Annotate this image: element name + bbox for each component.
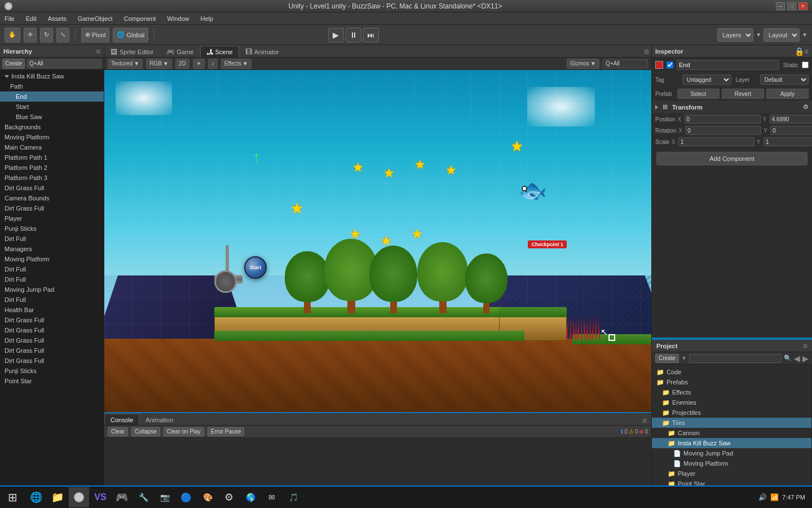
project-item[interactable]: 📁Projectiles bbox=[652, 408, 811, 418]
project-nav-icon-2[interactable]: ▶ bbox=[802, 354, 809, 363]
hierarchy-item[interactable]: Dirt Full bbox=[0, 234, 104, 244]
project-search[interactable] bbox=[689, 354, 782, 363]
hierarchy-item[interactable]: Insta Kill Buzz Saw bbox=[0, 71, 104, 81]
project-item[interactable]: 📁Insta Kill Buzz Saw bbox=[652, 438, 811, 448]
close-button[interactable]: ✕ bbox=[798, 2, 807, 10]
menu-component[interactable]: Component bbox=[121, 14, 158, 23]
transform-settings-icon[interactable]: ⚙ bbox=[803, 103, 809, 111]
rotate-tool[interactable]: ↻ bbox=[40, 28, 53, 42]
hierarchy-item[interactable]: Platform Path 1 bbox=[0, 152, 104, 163]
hierarchy-item[interactable]: Dirt Grass Full bbox=[0, 183, 104, 193]
scale-x-input[interactable]: 1 bbox=[678, 137, 754, 146]
taskbar-internet[interactable]: 🌎 bbox=[240, 487, 261, 507]
tab-game[interactable]: 🎮 Game bbox=[160, 46, 200, 57]
layout-select[interactable]: Layout bbox=[764, 28, 800, 42]
inspector-lock-icon[interactable]: 🔒 bbox=[795, 47, 804, 56]
hierarchy-item[interactable]: Platform Path 3 bbox=[0, 173, 104, 183]
console-clear-btn[interactable]: Clear bbox=[108, 427, 128, 436]
project-create-btn[interactable]: Create bbox=[655, 354, 679, 363]
hierarchy-item[interactable]: Dirt Grass Full bbox=[0, 335, 104, 345]
project-item[interactable]: 📁Cannon bbox=[652, 428, 811, 438]
hierarchy-item[interactable]: Blue Saw bbox=[0, 112, 104, 122]
hierarchy-item[interactable]: Managers bbox=[0, 244, 104, 254]
inspector-menu-icon[interactable]: ≡ bbox=[804, 47, 809, 56]
hierarchy-item[interactable]: End bbox=[0, 91, 104, 102]
menu-help[interactable]: Help bbox=[198, 14, 215, 23]
hierarchy-item[interactable]: Dirt Grass Full bbox=[0, 356, 104, 366]
project-item[interactable]: 📁Enemies bbox=[652, 397, 811, 408]
rot-y-input[interactable]: 0 bbox=[770, 126, 812, 135]
hierarchy-item[interactable]: Punji Sticks bbox=[0, 366, 104, 376]
project-item[interactable]: 📁Player bbox=[652, 468, 811, 479]
taskbar-steam[interactable]: 🎮 bbox=[112, 487, 132, 507]
hierarchy-item[interactable]: Dirt Full bbox=[0, 295, 104, 305]
hierarchy-item[interactable]: Dirt Full bbox=[0, 274, 104, 284]
hierarchy-item[interactable]: Player bbox=[0, 213, 104, 224]
project-item[interactable]: 📄Moving Jump Pad bbox=[652, 448, 811, 458]
tab-console[interactable]: Console bbox=[104, 414, 139, 425]
hierarchy-item[interactable]: Platform Path 2 bbox=[0, 163, 104, 173]
hierarchy-item[interactable]: Moving Platform bbox=[0, 132, 104, 142]
move-tool[interactable]: ✛ bbox=[24, 28, 37, 42]
console-panel-icon[interactable]: ≡ bbox=[638, 416, 651, 425]
play-button[interactable]: ▶ bbox=[328, 28, 344, 42]
hierarchy-item[interactable]: Backgrounds bbox=[0, 122, 104, 132]
tab-scene[interactable]: 🏞 Scene bbox=[200, 46, 239, 57]
hierarchy-create-btn[interactable]: Create bbox=[2, 59, 25, 69]
taskbar-tool2[interactable]: 📷 bbox=[155, 487, 175, 507]
taskbar-media[interactable]: 🎵 bbox=[283, 487, 303, 507]
pos-x-input[interactable]: 0 bbox=[685, 115, 761, 124]
hierarchy-search[interactable] bbox=[27, 59, 102, 68]
hierarchy-item[interactable]: Path bbox=[0, 81, 104, 91]
minimize-button[interactable]: ─ bbox=[776, 2, 785, 10]
menu-edit[interactable]: Edit bbox=[24, 14, 39, 23]
add-component-btn[interactable]: Add Component bbox=[656, 152, 807, 165]
global-button[interactable]: 🌐 Global bbox=[113, 28, 148, 42]
transform-component-header[interactable]: ⊞ Transform ⚙ bbox=[652, 101, 812, 113]
pause-button[interactable]: ⏸ bbox=[346, 28, 361, 42]
pivot-button[interactable]: ⊕ Pivot bbox=[81, 28, 109, 42]
lighting-toggle[interactable]: ☀ bbox=[193, 59, 205, 69]
project-item[interactable]: 📁Prefabs bbox=[652, 377, 811, 387]
menu-file[interactable]: File bbox=[2, 14, 17, 23]
scale-y-input[interactable]: 1 bbox=[764, 137, 812, 146]
layers-select[interactable]: Layers bbox=[717, 28, 753, 42]
project-menu-icon[interactable]: ≡ bbox=[803, 341, 807, 351]
hierarchy-item[interactable]: Point Star bbox=[0, 376, 104, 386]
hierarchy-item[interactable]: Punji Sticks bbox=[0, 224, 104, 234]
taskbar-tool1[interactable]: 🔧 bbox=[133, 487, 153, 507]
project-item[interactable]: 📁Effects bbox=[652, 387, 811, 397]
hierarchy-item[interactable]: Start bbox=[0, 102, 104, 112]
gizmos-dropdown[interactable]: Gizmos ▼ bbox=[567, 59, 599, 69]
taskbar-settings[interactable]: ⚙ bbox=[219, 487, 239, 507]
effects-dropdown[interactable]: Effects ▼ bbox=[221, 59, 251, 69]
layer-select[interactable]: Default bbox=[760, 75, 809, 85]
hierarchy-item[interactable]: Dirt Grass Full bbox=[0, 315, 104, 325]
hierarchy-item[interactable]: Dirt Grass Full bbox=[0, 325, 104, 335]
rgb-dropdown[interactable]: RGB ▼ bbox=[146, 59, 172, 69]
menu-assets[interactable]: Assets bbox=[46, 14, 69, 23]
console-error-pause-btn[interactable]: Error Pause bbox=[208, 427, 244, 436]
hierarchy-item[interactable]: Moving Jump Pad bbox=[0, 284, 104, 295]
console-collapse-btn[interactable]: Collapse bbox=[131, 427, 160, 436]
hierarchy-item[interactable]: Dirt Full bbox=[0, 264, 104, 274]
maximize-button[interactable]: □ bbox=[787, 2, 796, 10]
taskbar-paint[interactable]: 🎨 bbox=[197, 487, 218, 507]
hierarchy-item[interactable]: Camera Bounds bbox=[0, 193, 104, 203]
tab-sprite-editor[interactable]: 🖼 Sprite Editor bbox=[104, 46, 160, 57]
static-checkbox[interactable] bbox=[802, 62, 809, 68]
hierarchy-lock-icon[interactable]: ≡ bbox=[96, 47, 100, 56]
hierarchy-item[interactable]: Dirt Grass Full bbox=[0, 345, 104, 356]
scene-view[interactable]: ★ ★ ★ ★ ★ ★ ★ ★ ★ 🐟 Checkpoint 1 bbox=[104, 70, 651, 412]
object-name-input[interactable]: End bbox=[677, 60, 779, 70]
taskbar-mail[interactable]: ✉ bbox=[262, 487, 282, 507]
start-button[interactable]: ⊞ bbox=[2, 487, 23, 507]
pos-y-input[interactable]: 4.6990 bbox=[770, 115, 812, 124]
console-clear-on-play-btn[interactable]: Clear on Play bbox=[164, 427, 204, 436]
taskbar-ie[interactable]: 🌐 bbox=[26, 487, 46, 507]
project-nav-icon[interactable]: ◀ bbox=[794, 354, 800, 363]
menu-gameobject[interactable]: GameObject bbox=[76, 14, 115, 23]
object-enabled-checkbox[interactable] bbox=[667, 62, 673, 68]
tab-animation[interactable]: Animation bbox=[139, 414, 179, 425]
2d-button[interactable]: 2D bbox=[175, 59, 189, 69]
